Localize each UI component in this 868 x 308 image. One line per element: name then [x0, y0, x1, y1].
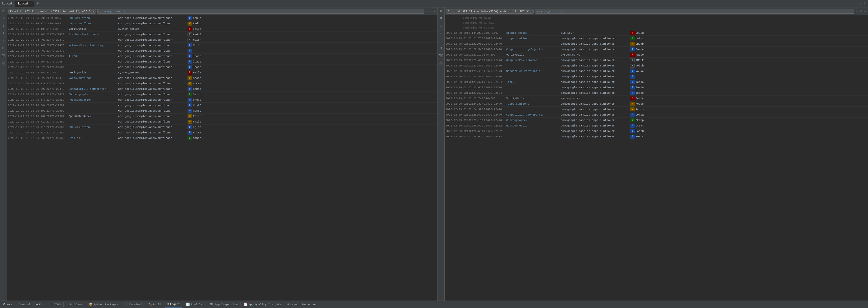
right-clear-icon[interactable]: 🗑: [438, 8, 443, 13]
table-row: 2022-12-29 02:02:24.327 22470-22470 .app…: [445, 101, 868, 107]
bottom-profiler[interactable]: 📊 Profiler: [184, 302, 206, 307]
right-import-icon[interactable]: ⬇: [438, 31, 443, 36]
table-row: 2022-12-29 02:02:23.621 22470-22584 libE…: [445, 79, 868, 85]
bottom-app-quality-insights[interactable]: 📈 App Quality Insights: [242, 302, 283, 307]
table-row: 2022-12-29 02:02:21.763 22470-22470 .app…: [445, 36, 868, 41]
table-row: 2022-12-29 02:02:23.199 546-603 VerityUt…: [445, 52, 868, 58]
table-row: 2022-12-29 02:02:23.673 22470-22584 com.…: [445, 90, 868, 96]
left-star-icon[interactable]: ☆: [426, 9, 428, 13]
table-row: 2022-12-29 02:02:26.584 22470-22582 com.…: [7, 103, 437, 108]
bottom-build[interactable]: 🔨 Build: [146, 302, 163, 307]
right-expand-icon[interactable]: ⤢: [859, 9, 863, 13]
logcat-tab-close[interactable]: ✕: [30, 2, 32, 5]
left-close-icon[interactable]: ✕: [433, 9, 436, 13]
python-packages-icon: 📦: [89, 303, 93, 306]
table-row: 2022-12-29 02:02:23.673 22470-22584 com.…: [7, 64, 437, 70]
bottom-problems[interactable]: ⚠ Problems: [65, 302, 85, 307]
table-row: 2022-12-29 02:02:23.402 22470-22470 Netw…: [445, 68, 868, 74]
right-filter-bar[interactable]: ▼ package:mine ✕: [535, 9, 854, 13]
table-row: 2022-12-29 02:02:24.328 22470-22470 com.…: [7, 81, 437, 86]
right-filter-close[interactable]: ✕: [561, 10, 563, 13]
table-row: 2022-12-29 02:02:26.709 22470-22582 Open…: [7, 114, 437, 119]
filter-icon[interactable]: ⊟: [1, 46, 6, 51]
table-row: 2022-12-29 02:02:26.803 22470-22582 Gral…: [7, 135, 437, 141]
add-tab-button[interactable]: +: [35, 1, 40, 6]
logcat-bottom-label: Logcat: [170, 303, 180, 306]
separator-main: --------- beginning of main: [445, 16, 868, 20]
left-filter-bar[interactable]: ▼ package:mine ✕: [97, 9, 424, 13]
left-help-icon[interactable]: ?: [429, 9, 432, 13]
left-device-arrow: ▼: [93, 10, 94, 12]
right-filter-text: package:mine: [539, 10, 559, 13]
bottom-app-inspection[interactable]: 🔍 App Inspection: [208, 302, 240, 307]
bottom-terminal[interactable]: ⬛ Terminal: [122, 302, 144, 307]
up-icon[interactable]: ↑: [1, 38, 6, 43]
left-device-selector[interactable]: Pixel XL API 31 (emulator-5554) Android …: [8, 9, 96, 13]
right-filter-icon[interactable]: ⊟: [438, 46, 443, 51]
left-filter-close[interactable]: ✕: [123, 10, 125, 13]
camera-icon[interactable]: 📷: [1, 53, 6, 58]
right-device-arrow: ▼: [531, 10, 532, 12]
settings-icon[interactable]: ⚙: [860, 2, 861, 5]
import-icon[interactable]: ⬇: [1, 31, 6, 36]
bottom-version-control[interactable]: ⑆ Version Control: [1, 302, 32, 307]
layout-inspector-icon: ⊞: [287, 303, 289, 306]
table-row: 2022-12-29 02:02:23.400 22470-22470 com.…: [7, 37, 437, 43]
separator-kernel: --------- beginning of kernel: [445, 20, 868, 25]
terminal-icon: ⬛: [124, 303, 128, 306]
right-device-selector[interactable]: Pixel XL API 31 (emulator-5554) Android …: [446, 9, 534, 13]
table-row: 2022-12-29 02:02:24.328 22470-22470 com.…: [445, 107, 868, 112]
bottom-layout-inspector[interactable]: ⊞ Layout Inspector: [285, 302, 318, 307]
right-log-panel: 🗑 ⏸ ⤓ ⬇ ↑ ⊟ 📷 🎥 Pixel XL API 31 (emulato…: [438, 7, 868, 301]
table-row: 2022-12-29 02:02:23.402 22470-22470 com.…: [7, 48, 437, 54]
table-row: 2022-12-29 02:02:23.743 546-603 VerityUt…: [445, 96, 868, 101]
video-icon[interactable]: 🎥: [1, 60, 6, 65]
right-camera-icon[interactable]: 📷: [438, 53, 443, 58]
bottom-logcat[interactable]: ≡ Logcat: [165, 302, 182, 308]
pause-icon[interactable]: ⏸: [1, 16, 6, 21]
python-packages-label: Python Packages: [94, 303, 118, 306]
left-filter-icon: ▼: [99, 10, 101, 13]
left-log-content[interactable]: 2022-12-29 01:00:55.790 1639-1855 EGL_em…: [7, 16, 437, 301]
bottom-todo[interactable]: ☰ TODO: [48, 302, 62, 307]
more-icon[interactable]: ⋮: [863, 2, 866, 5]
app-inspection-label: App Inspection: [215, 303, 238, 306]
table-row: 2022-12-29 02:02:23.621 22470-22584 libE…: [7, 54, 437, 59]
right-pause-icon[interactable]: ⏸: [438, 16, 443, 21]
app-inspection-icon: 🔍: [210, 303, 214, 306]
clear-icon[interactable]: 🗑: [1, 8, 6, 13]
right-star-icon[interactable]: ☆: [856, 9, 858, 13]
right-close-icon[interactable]: ✕: [864, 9, 867, 13]
table-row: 2022-12-29 02:02:23.402 22470-22470 com.…: [445, 74, 868, 79]
table-row: 2022-12-29 02:02:23.199 546-603 VerityUt…: [7, 26, 437, 32]
divider-10: [241, 302, 241, 307]
logcat-label: Logcat:: [2, 2, 14, 5]
table-row: 2022-12-29 02:02:26.699 22470-22582 com.…: [7, 108, 437, 114]
right-device-label: Pixel XL API 31 (emulator-5554) Android …: [448, 10, 530, 13]
table-row: 2022-12-29 02:02:22.545 22470-22470 Comp…: [445, 47, 868, 52]
main-area: 🗑 ⏸ ⤓ ⬇ ↑ ⊟ 📷 🎥 Pixel XL API 31 (emulato…: [0, 7, 868, 301]
right-scroll-icon[interactable]: ⤓: [438, 23, 443, 28]
profiler-icon: 📊: [186, 303, 190, 306]
build-icon: 🔨: [148, 303, 152, 306]
left-device-label: Pixel XL API 31 (emulator-5554) Android …: [10, 10, 92, 13]
table-row: 2022-12-29 02:02:23.400 22470-22470 Grap…: [445, 58, 868, 63]
right-toolbar: Pixel XL API 31 (emulator-5554) Android …: [445, 7, 868, 16]
right-video-icon[interactable]: 🎥: [438, 60, 443, 65]
table-row: 2022-12-29 02:02:26.579 22470-22582 Host…: [445, 123, 868, 129]
title-bar-right: ⚙ ⋮: [860, 2, 866, 5]
bottom-python-packages[interactable]: 📦 Python Packages: [87, 302, 120, 307]
table-row: 2022-12-29 02:02:25.690 22470-22470 Comp…: [445, 112, 868, 117]
right-log-content[interactable]: --------- beginning of main --------- be…: [445, 16, 868, 301]
right-up-icon[interactable]: ↑: [438, 38, 443, 43]
logcat-tab[interactable]: Logcat ✕: [16, 1, 34, 7]
profiler-label: Profiler: [191, 303, 204, 306]
right-sidebar: 🗑 ⏸ ⤓ ⬇ ↑ ⊟ 📷 🎥: [438, 7, 445, 301]
table-row: 2022-12-29 02:02:23.402 22470-22470 Netw…: [7, 43, 437, 48]
table-row: 2022-12-29 02:02:26.713 22470-22582 EGL_…: [7, 124, 437, 130]
scroll-bottom-icon[interactable]: ⤓: [1, 23, 6, 28]
bottom-run[interactable]: ▶ Run: [34, 302, 46, 307]
run-label: Run: [39, 303, 44, 306]
table-row: 2022-12-29 02:02:23.743 546-603 VerityUt…: [7, 70, 437, 75]
table-row: 2022-12-29 02:02:26.699 22470-22582 com.…: [445, 134, 868, 139]
